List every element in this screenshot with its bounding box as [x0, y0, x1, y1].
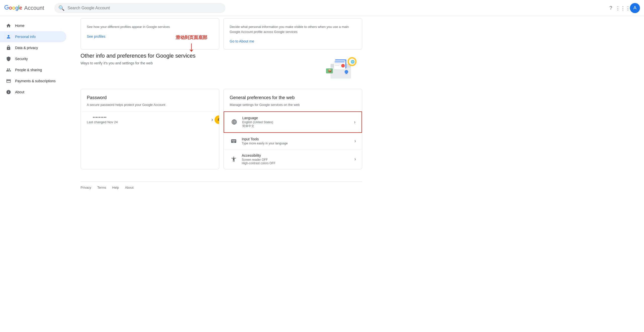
sidebar-item-data-privacy-label: Data & privacy	[15, 46, 38, 50]
footer-terms-link[interactable]: Terms	[97, 186, 106, 189]
language-chevron-icon: ›	[354, 119, 355, 125]
google-logo-svg	[4, 5, 23, 11]
about-me-card-subtitle: Decide what personal information you mak…	[230, 24, 356, 34]
search-container: 🔍	[54, 3, 225, 13]
footer-privacy-link[interactable]: Privacy	[80, 186, 91, 189]
sidebar-item-payments-label: Payments & subscriptions	[15, 79, 56, 83]
lock-icon	[6, 45, 11, 50]
pref-accessibility-text: Accessibility Screen reader OFF High-con…	[242, 153, 350, 165]
input-tools-chevron-icon: ›	[354, 138, 356, 144]
password-row-link[interactable]: ••••••••• Last changed Nov 24 › 4	[81, 111, 219, 128]
sidebar: Home Personal info Data & privacy	[0, 16, 70, 332]
about-me-card[interactable]: Decide what personal information you mak…	[223, 18, 362, 50]
svg-rect-5	[335, 63, 341, 64]
password-dots: •••••••••	[87, 116, 118, 119]
top-cards: See how your different profiles appear i…	[80, 16, 362, 50]
language-icon	[230, 118, 238, 126]
scroll-annotation: 滑动到页面底部 ↓	[174, 33, 209, 54]
bottom-grid: Password A secure password helps protect…	[80, 89, 362, 169]
password-card-header: Password A secure password helps protect…	[81, 89, 219, 111]
sidebar-item-data-privacy[interactable]: Data & privacy	[0, 42, 66, 53]
footer: Privacy Terms Help About	[80, 181, 362, 193]
step-4-badge: 4	[215, 115, 219, 124]
svg-text:📦: 📦	[328, 69, 332, 73]
header-actions: ? ⋮⋮⋮ A	[606, 3, 640, 13]
svg-rect-4	[335, 61, 345, 62]
pref-accessibility-item[interactable]: Accessibility Screen reader OFF High-con…	[224, 149, 362, 169]
see-profiles-link[interactable]: See profiles	[87, 34, 105, 38]
svg-point-13	[345, 70, 348, 73]
password-card-inner: ••••••••• Last changed Nov 24 › 4	[81, 111, 219, 128]
sidebar-item-personal-info-label: Personal info	[15, 35, 36, 39]
sidebar-item-home-label: Home	[15, 24, 24, 28]
sidebar-item-about-label: About	[15, 90, 24, 94]
preferences-card-header: General preferences for the web Manage s…	[224, 89, 362, 111]
chevron-right-icon: ›	[211, 116, 213, 123]
svg-rect-6	[335, 65, 340, 66]
accessibility-icon	[230, 155, 238, 163]
password-card-desc: A secure password helps protect your Goo…	[87, 102, 213, 107]
section-illustration: 🌐 📦	[317, 53, 362, 83]
pref-language-title: Language	[242, 116, 350, 120]
main-content: See how your different profiles appear i…	[70, 16, 372, 332]
pref-accessibility-title: Accessibility	[242, 153, 350, 157]
svg-point-12	[341, 64, 345, 67]
password-changed-text: Last changed Nov 24	[87, 120, 118, 124]
sidebar-item-people-sharing-label: People & sharing	[15, 68, 42, 72]
go-to-about-me-link[interactable]: Go to About me	[230, 39, 254, 43]
sidebar-item-personal-info[interactable]: Personal info	[0, 31, 66, 42]
password-chevron-container: › 4	[211, 116, 213, 123]
section-subtitle: Ways to verify it's you and settings for…	[80, 61, 195, 65]
search-input[interactable]	[68, 6, 221, 10]
google-account-logo[interactable]: Account	[4, 5, 44, 11]
svg-text:🌐: 🌐	[351, 60, 355, 64]
avatar[interactable]: A	[630, 3, 640, 13]
layout: Home Personal info Data & privacy	[0, 16, 644, 332]
pref-input-tools-title: Input Tools	[242, 137, 350, 141]
preferences-card-desc: Manage settings for Google services on t…	[230, 102, 356, 107]
pref-accessibility-subtitle: Screen reader OFF High-contrast colors O…	[242, 158, 350, 165]
input-tools-icon	[230, 137, 238, 145]
sidebar-item-home[interactable]: Home	[0, 20, 66, 31]
account-text: Account	[24, 5, 44, 11]
home-icon	[6, 23, 11, 28]
shield-icon	[6, 56, 11, 61]
sidebar-item-security[interactable]: Security	[0, 53, 66, 64]
password-info: ••••••••• Last changed Nov 24	[87, 116, 118, 124]
pref-language-subtitle: English (United States) 简体中文	[242, 120, 350, 128]
pref-language-item[interactable]: Language English (United States) 简体中文 ›	[224, 111, 362, 133]
pref-input-tools-subtitle: Type more easily in your language	[242, 142, 350, 145]
section-header: Other info and preferences for Google se…	[80, 53, 362, 83]
section-header-text: Other info and preferences for Google se…	[80, 53, 195, 65]
preferences-card: General preferences for the web Manage s…	[223, 89, 362, 169]
person-icon	[6, 34, 11, 39]
profiles-card-subtitle: See how your different profiles appear i…	[87, 24, 213, 29]
help-button[interactable]: ?	[606, 3, 616, 13]
pref-input-tools-item[interactable]: Input Tools Type more easily in your lan…	[224, 133, 362, 149]
preferences-card-title: General preferences for the web	[230, 95, 356, 100]
sidebar-item-payments[interactable]: Payments & subscriptions	[0, 75, 66, 87]
apps-button[interactable]: ⋮⋮⋮	[618, 3, 628, 13]
footer-help-link[interactable]: Help	[112, 186, 119, 189]
footer-about-link[interactable]: About	[125, 186, 134, 189]
search-bar: 🔍	[54, 3, 225, 13]
password-card-title: Password	[87, 95, 213, 100]
illustration-svg: 🌐 📦	[317, 53, 362, 82]
search-icon: 🔍	[58, 5, 65, 11]
scroll-down-arrow-icon: ↓	[188, 39, 195, 54]
password-card: Password A secure password helps protect…	[80, 89, 219, 169]
sidebar-item-about[interactable]: About	[0, 87, 66, 98]
payment-icon	[6, 78, 11, 84]
pref-input-tools-text: Input Tools Type more easily in your lan…	[242, 137, 350, 145]
pref-language-text: Language English (United States) 简体中文	[242, 116, 350, 128]
header: Account 🔍 ? ⋮⋮⋮ A	[0, 0, 644, 16]
sidebar-item-security-label: Security	[15, 57, 28, 61]
sidebar-item-people-sharing[interactable]: People & sharing	[0, 64, 66, 75]
info-icon	[6, 90, 11, 95]
accessibility-chevron-icon: ›	[354, 156, 356, 162]
people-icon	[6, 67, 11, 72]
